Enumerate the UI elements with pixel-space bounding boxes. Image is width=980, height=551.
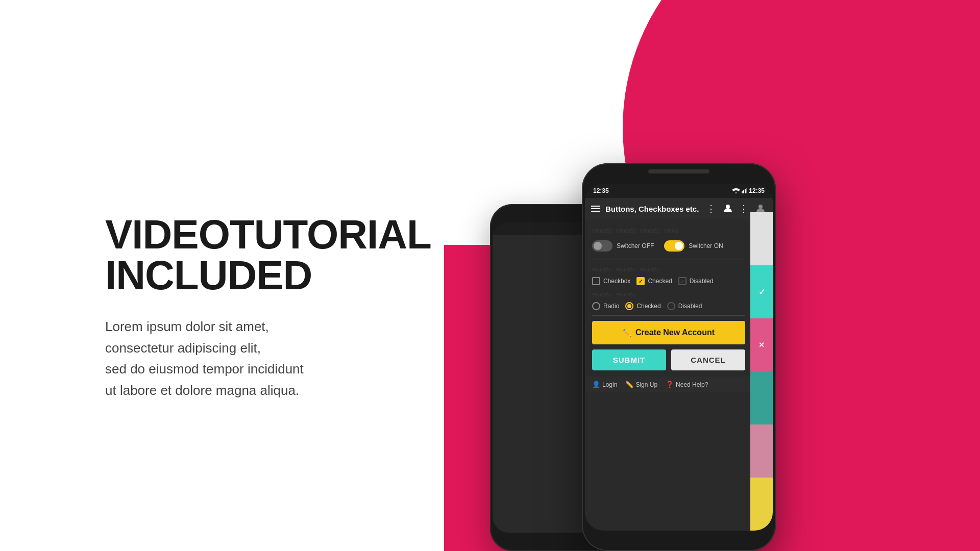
create-icon: ✏️ xyxy=(623,329,631,337)
wifi-icon xyxy=(732,188,740,193)
toggle-on[interactable] xyxy=(664,240,684,252)
app-content: envato envato envato enva Switcher OFF S… xyxy=(585,219,773,399)
watermark-2: envato xyxy=(616,227,636,234)
signup-label: Sign Up xyxy=(635,381,657,388)
cancel-button[interactable]: CANCEL xyxy=(671,349,745,370)
login-icon: 👤 xyxy=(592,381,600,388)
radio-checked-label: Checked xyxy=(636,303,660,310)
create-account-button[interactable]: ✏️ Create New Account xyxy=(592,321,745,344)
watermark-6: envato xyxy=(616,265,636,273)
color-swatch-yellow[interactable] xyxy=(750,478,773,531)
switcher-on-item: Switcher ON xyxy=(664,240,723,252)
signal-icon xyxy=(742,188,747,193)
phone-screen: 12:35 12:35 xyxy=(585,184,773,531)
hamburger-icon[interactable] xyxy=(591,206,600,212)
checkbox-checked-item: ✓ Checked xyxy=(636,277,672,285)
profile-icon[interactable] xyxy=(723,203,734,214)
status-bar: 12:35 12:35 xyxy=(585,184,773,198)
watermark-row-3: envato envato xyxy=(592,290,745,298)
help-label: Need Help? xyxy=(676,381,708,388)
watermark-row-2: envato envato envato xyxy=(592,265,745,273)
divider-2 xyxy=(592,315,745,316)
color-strip: ✓ ✕ xyxy=(750,212,773,531)
help-icon: ❓ xyxy=(666,381,674,388)
watermark-5: envato xyxy=(592,265,612,273)
signup-icon: ✏️ xyxy=(625,381,633,388)
radio-disabled xyxy=(667,302,675,310)
radio-disabled-item: Disabled xyxy=(667,302,702,310)
radio-row: Radio Checked Disabled xyxy=(592,302,745,310)
left-content: VIDEOTUTORIAL INCLUDED Lorem ipsum dolor… xyxy=(105,214,431,401)
checkbox-empty-item: Checkbox xyxy=(592,277,630,285)
checkbox-label: Checkbox xyxy=(603,278,630,285)
submit-button[interactable]: SUBMIT xyxy=(592,349,666,370)
radio-empty-item: Radio xyxy=(592,302,619,310)
status-icons: 12:35 xyxy=(732,187,765,194)
description-text: Lorem ipsum dolor sit amet, consectetur … xyxy=(105,316,431,401)
app-header: Buttons, Checkboxes etc. ⋮ ⋮ xyxy=(585,198,773,219)
checkbox-checked[interactable]: ✓ xyxy=(636,277,645,285)
checked-label: Checked xyxy=(648,278,672,285)
watermark-row: envato envato envato enva xyxy=(592,227,745,234)
title-line1: VIDEOTUTORIAL xyxy=(105,214,431,255)
phone-notch xyxy=(648,169,709,173)
watermark-9: envato xyxy=(616,290,636,298)
checkbox-empty[interactable] xyxy=(592,277,600,285)
checkbox-disabled: ✓ xyxy=(678,277,687,285)
more-options-icon[interactable]: ⋮ xyxy=(706,203,718,214)
color-swatch-pink[interactable]: ✕ xyxy=(750,318,773,371)
svg-rect-2 xyxy=(745,189,746,193)
svg-point-5 xyxy=(758,205,763,209)
radio-disabled-label: Disabled xyxy=(678,303,702,310)
main-title: VIDEOTUTORIAL INCLUDED xyxy=(105,214,431,296)
checkbox-row: Checkbox ✓ Checked ✓ Disabled xyxy=(592,277,745,285)
switcher-off-label: Switcher OFF xyxy=(617,242,654,249)
disabled-label: Disabled xyxy=(690,278,714,285)
create-account-label: Create New Account xyxy=(635,328,715,337)
phone-frame: 12:35 12:35 xyxy=(582,163,776,551)
help-nav-item[interactable]: ❓ Need Help? xyxy=(666,381,708,388)
switcher-on-label: Switcher ON xyxy=(689,242,723,249)
title-line2: INCLUDED xyxy=(105,255,431,296)
login-label: Login xyxy=(602,381,617,388)
app-title-label: Buttons, Checkboxes etc. xyxy=(605,205,701,213)
color-swatch-gray[interactable] xyxy=(750,212,773,265)
action-buttons-row: SUBMIT CANCEL xyxy=(592,349,745,370)
watermark-8: envato xyxy=(592,290,612,298)
color-swatch-mauve[interactable] xyxy=(750,424,773,478)
radio-checked[interactable] xyxy=(625,302,633,310)
svg-rect-1 xyxy=(743,190,744,193)
watermark-7: envato xyxy=(640,265,660,273)
login-nav-item[interactable]: 👤 Login xyxy=(592,381,617,388)
more-options-icon-2[interactable]: ⋮ xyxy=(739,203,750,214)
radio-label: Radio xyxy=(603,303,619,310)
svg-rect-3 xyxy=(746,188,747,193)
radio-checked-item: Checked xyxy=(625,302,660,310)
switcher-off-item: Switcher OFF xyxy=(592,240,654,252)
watermark-3: envato xyxy=(640,227,660,234)
toggle-off[interactable] xyxy=(592,240,612,252)
checkbox-disabled-item: ✓ Disabled xyxy=(678,277,714,285)
bottom-nav: 👤 Login ✏️ Sign Up ❓ Need Help? xyxy=(585,377,752,392)
signup-nav-item[interactable]: ✏️ Sign Up xyxy=(625,381,657,388)
divider-1 xyxy=(592,260,745,260)
svg-point-4 xyxy=(726,205,730,209)
color-swatch-teal2[interactable] xyxy=(750,371,773,424)
watermark-4: enva xyxy=(664,227,678,234)
radio-empty[interactable] xyxy=(592,302,600,310)
status-time-right: 12:35 xyxy=(749,187,765,194)
phone-mockup: 12:35 12:35 xyxy=(572,163,786,551)
color-swatch-teal[interactable]: ✓ xyxy=(750,265,773,318)
svg-rect-0 xyxy=(742,191,743,193)
status-time: 12:35 xyxy=(593,187,609,194)
switcher-row: Switcher OFF Switcher ON xyxy=(592,238,745,252)
watermark-1: envato xyxy=(592,227,612,234)
